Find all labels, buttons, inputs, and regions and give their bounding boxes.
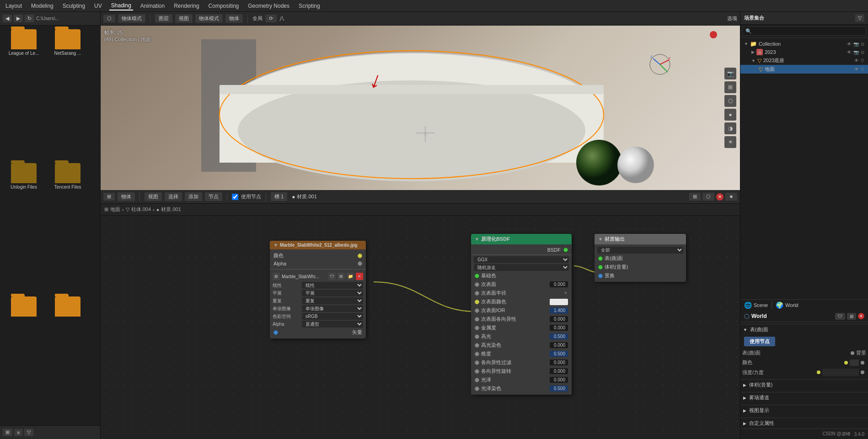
select-mode-btn[interactable]: ⬡: [103, 15, 115, 22]
outliner-search[interactable]: [742, 26, 866, 36]
ne-close-btn[interactable]: ✕: [716, 193, 723, 201]
img-shield-btn[interactable]: 🛡: [328, 273, 336, 280]
world-shield-btn[interactable]: 🛡: [835, 313, 845, 320]
metallic-socket[interactable]: [475, 326, 479, 330]
transform-btn[interactable]: ⟳: [265, 15, 277, 22]
folder-item[interactable]: League of Le...: [4, 29, 44, 159]
slot-btn[interactable]: 槽 1: [271, 192, 287, 201]
folder-item[interactable]: Unlogin Files: [4, 163, 44, 293]
object-menu-btn[interactable]: 物体: [225, 14, 243, 23]
strength-value[interactable]: 1.000: [822, 369, 859, 376]
forward-btn[interactable]: ▶: [14, 15, 23, 22]
subsurface-radius-socket[interactable]: [475, 291, 479, 296]
world-copy-btn[interactable]: ⊞: [847, 313, 856, 320]
menu-shading[interactable]: Shading: [109, 1, 133, 11]
tree-item-2023[interactable]: ▶ a 2023 👁 📷 ⊙: [740, 48, 868, 56]
img-close-btn[interactable]: ✕: [356, 273, 363, 280]
subsurface-color-socket[interactable]: [475, 300, 479, 304]
use-nodes-main-btn[interactable]: 使用节点: [744, 337, 775, 346]
menu-animation[interactable]: Animation: [139, 2, 166, 10]
select-menu-btn[interactable]: 视图: [175, 14, 193, 23]
material-target-select[interactable]: 全部: [597, 247, 683, 254]
volume-input-socket[interactable]: [598, 265, 603, 270]
folder-item[interactable]: NetSarang ...: [48, 29, 88, 159]
filter-icon[interactable]: ▽: [861, 67, 864, 72]
menu-layout[interactable]: Layout: [4, 2, 24, 10]
collapse-icon[interactable]: ▼: [273, 243, 278, 248]
folder-item[interactable]: [4, 296, 44, 422]
tree-item-collection[interactable]: ▼ 📁 Collection 👁 📷 ⊙: [740, 40, 868, 48]
scene-icon[interactable]: 🌐: [744, 301, 752, 309]
linear-select[interactable]: 线性: [302, 282, 363, 289]
material-collapse-icon[interactable]: ▼: [598, 237, 603, 242]
ne-mode-btn[interactable]: 物体: [118, 192, 135, 201]
repeat-select[interactable]: 重复: [302, 297, 363, 304]
filter-icon[interactable]: ▽: [861, 58, 864, 63]
subsurface-ior-socket[interactable]: [475, 308, 479, 313]
ne-tool1[interactable]: ⊞: [689, 193, 701, 201]
subsurface-aniso-socket[interactable]: [475, 317, 479, 322]
tree-item-2023base[interactable]: ▼ ▽ 2023底座 👁 ▽: [740, 56, 868, 65]
sort-btn[interactable]: ≡: [14, 429, 22, 436]
back-btn[interactable]: ◀: [3, 15, 12, 22]
perspective-btn[interactable]: ⊞: [724, 81, 736, 93]
folder-item[interactable]: Tencent Files: [48, 163, 88, 293]
ggx-select[interactable]: GGX: [474, 256, 569, 263]
sheen-tint-socket[interactable]: [475, 386, 479, 391]
roughness-socket[interactable]: [475, 352, 479, 356]
img-copy-btn[interactable]: ⊞: [338, 273, 345, 280]
wireframe-btn[interactable]: ⬡: [724, 95, 736, 107]
colorspace-select[interactable]: sRGB: [302, 313, 363, 320]
displacement-input-socket[interactable]: [598, 274, 603, 278]
custom-props-section[interactable]: ▶ 自定义属性: [740, 418, 868, 428]
color-socket[interactable]: [358, 254, 362, 258]
bsdf-collapse-icon[interactable]: ▼: [475, 237, 479, 242]
ne-select-mode-btn[interactable]: ⊞: [103, 193, 115, 201]
view-menu-btn[interactable]: 图层: [155, 14, 172, 23]
tree-item-ground[interactable]: ▽ 地面 👁 ▽: [740, 65, 868, 74]
view-toggle-btn[interactable]: ⊞: [3, 428, 12, 436]
sheen-socket[interactable]: [475, 378, 479, 382]
ne-add-btn[interactable]: 添加: [185, 192, 202, 201]
menu-uv[interactable]: UV: [92, 2, 104, 10]
ne-pin-btn[interactable]: ★: [725, 193, 737, 201]
flat-select[interactable]: 平展: [302, 290, 363, 296]
base-color-socket[interactable]: [475, 274, 479, 278]
world-icon[interactable]: 🌍: [776, 301, 783, 309]
world-close-btn[interactable]: ✕: [858, 313, 864, 319]
aniso-filter-socket[interactable]: [475, 360, 479, 365]
filter-btn[interactable]: ▽: [24, 428, 33, 436]
color-swatch[interactable]: [850, 360, 859, 366]
eye-icon[interactable]: 👁: [854, 67, 859, 72]
folder-item[interactable]: [48, 296, 88, 422]
surface-input-socket[interactable]: [598, 256, 603, 261]
menu-modeling[interactable]: Modeling: [29, 2, 55, 10]
menu-geometry-nodes[interactable]: Geometry Nodes: [246, 2, 291, 10]
eye-icon[interactable]: 👁: [854, 58, 859, 63]
camera-icon[interactable]: 📷: [853, 50, 859, 55]
bsdf-output-socket[interactable]: [563, 248, 568, 252]
ne-tool2[interactable]: ⬡: [702, 193, 714, 201]
img-browse-btn[interactable]: 📁: [347, 273, 354, 280]
single-select[interactable]: 单张图像: [302, 305, 363, 312]
volume-section[interactable]: ▶ 体积(音量): [740, 379, 868, 390]
alpha-socket[interactable]: [358, 261, 362, 266]
surface-section[interactable]: ▼ 表(曲)面: [740, 324, 868, 335]
menu-sculpting[interactable]: Sculpting: [61, 2, 87, 10]
outliner-filter-btn[interactable]: ▽: [855, 14, 864, 22]
ne-view-btn[interactable]: 视图: [145, 192, 162, 201]
mode-btn[interactable]: 物体模式: [118, 14, 145, 23]
vector-socket[interactable]: [273, 330, 278, 335]
random-walk-select[interactable]: 随机游走: [474, 264, 569, 271]
use-nodes-checkbox[interactable]: [232, 194, 238, 200]
specular-socket[interactable]: [475, 334, 479, 339]
menu-compositing[interactable]: Compositing: [207, 2, 241, 10]
subsurface-socket[interactable]: [475, 282, 479, 287]
refresh-btn[interactable]: ↻: [25, 15, 34, 22]
viewport-section[interactable]: ▶ 视图显示: [740, 405, 868, 416]
rendered-btn[interactable]: ☀: [724, 136, 736, 148]
viewport-3d[interactable]: 帧率: 25 (49) Collection | 地面: [101, 26, 740, 190]
alpha-select[interactable]: 直通型: [302, 321, 363, 328]
render-icon[interactable]: ⊙: [861, 42, 864, 47]
ne-select-btn[interactable]: 选择: [165, 192, 182, 201]
